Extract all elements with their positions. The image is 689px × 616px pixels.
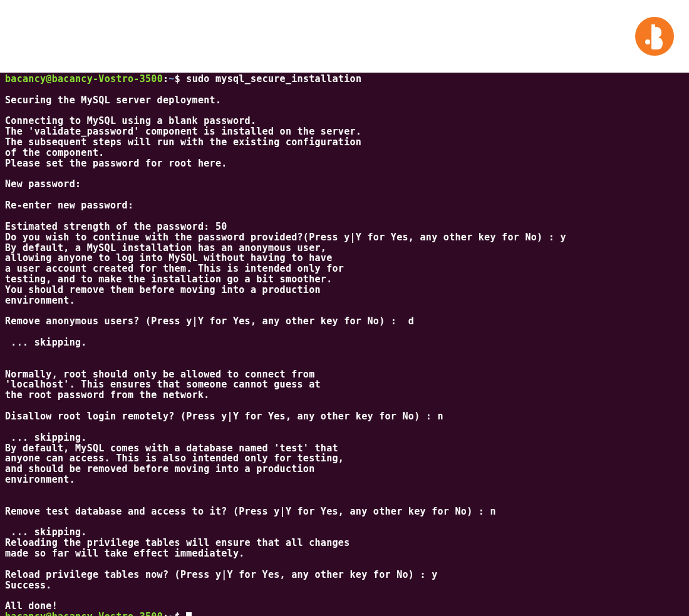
terminal-output-line <box>5 359 684 369</box>
terminal-output-line <box>5 190 684 200</box>
terminal-output-line: the root password from the network. <box>5 390 684 401</box>
terminal-output-line <box>5 590 684 601</box>
terminal-output-line: Remove test database and access to it? (… <box>5 506 684 517</box>
terminal-output-line: Success. <box>5 580 684 591</box>
prompt-colon: : <box>163 611 168 616</box>
terminal-output-line: Please set the password for root here. <box>5 158 684 169</box>
terminal-output: Securing the MySQL server deployment. Co… <box>5 85 684 612</box>
terminal-output-line <box>5 422 684 433</box>
terminal-output-line: Reload privilege tables now? (Press y|Y … <box>5 570 684 580</box>
terminal-output-line: a user account created for them. This is… <box>5 264 684 274</box>
terminal-output-line: By default, a MySQL installation has an … <box>5 243 684 254</box>
terminal-output-line: ... skipping. <box>5 337 684 348</box>
terminal-output-line <box>5 211 684 222</box>
terminal-output-line <box>5 485 684 496</box>
terminal-prompt-line: bacancy@bacancy-Vostro-3500:~$ sudo mysq… <box>5 74 684 85</box>
terminal-output-line <box>5 496 684 506</box>
terminal-output-line: 'localhost'. This ensures that someone c… <box>5 379 684 390</box>
prompt-path: ~ <box>168 611 174 616</box>
terminal-output-line <box>5 169 684 180</box>
terminal-output-line: Estimated strength of the password: 50 <box>5 222 684 232</box>
terminal-output-line: testing, and to make the installation go… <box>5 274 684 285</box>
terminal-output-line <box>5 516 684 527</box>
terminal-output-line: environment. <box>5 475 684 485</box>
terminal-output-line <box>5 348 684 359</box>
terminal-output-line: environment. <box>5 295 684 306</box>
terminal-output-line <box>5 85 684 95</box>
terminal-output-line: All done! <box>5 601 684 612</box>
terminal-output-line <box>5 559 684 570</box>
prompt-user: bacancy <box>5 73 46 85</box>
prompt-user: bacancy <box>5 611 46 616</box>
cursor-icon <box>186 612 192 616</box>
prompt-host: bacancy-Vostro-3500 <box>52 611 163 616</box>
terminal-output-line <box>5 306 684 317</box>
terminal-output-line: The 'validate_password' component is ins… <box>5 126 684 137</box>
terminal-output-line: Connecting to MySQL using a blank passwo… <box>5 116 684 126</box>
prompt-at: @ <box>46 73 51 85</box>
terminal-output-line: made so far will take effect immediately… <box>5 548 684 559</box>
terminal-output-line: of the component. <box>5 148 684 158</box>
terminal-output-line <box>5 106 684 116</box>
terminal-output-line: ... skipping. <box>5 433 684 443</box>
terminal-output-line: You should remove them before moving int… <box>5 285 684 295</box>
terminal-output-line: and should be removed before moving into… <box>5 464 684 475</box>
terminal-output-line: The subsequent steps will run with the e… <box>5 137 684 148</box>
terminal-output-line: Remove anonymous users? (Press y|Y for Y… <box>5 316 684 327</box>
terminal-output-line: Reloading the privilege tables will ensu… <box>5 538 684 548</box>
terminal-output-line: New password: <box>5 179 684 190</box>
terminal-output-line: anyone can access. This is also intended… <box>5 453 684 464</box>
terminal-output-line <box>5 401 684 411</box>
terminal-output-line: Do you wish to continue with the passwor… <box>5 232 684 243</box>
terminal-output-line: Disallow root login remotely? (Press y|Y… <box>5 411 684 422</box>
bacancy-logo-icon <box>635 17 674 56</box>
prompt-host: bacancy-Vostro-3500 <box>52 73 163 85</box>
terminal-command: sudo mysql_secure_installation <box>186 73 361 85</box>
prompt-dollar: $ <box>175 73 187 85</box>
page-header <box>0 0 689 73</box>
prompt-path: ~ <box>168 73 174 85</box>
prompt-dollar: $ <box>175 611 187 616</box>
terminal-output-line: ... skipping. <box>5 527 684 538</box>
terminal-window[interactable]: bacancy@bacancy-Vostro-3500:~$ sudo mysq… <box>0 73 689 616</box>
terminal-prompt-line-2: bacancy@bacancy-Vostro-3500:~$ <box>5 612 684 616</box>
prompt-colon: : <box>163 73 168 85</box>
prompt-at: @ <box>46 611 51 616</box>
terminal-output-line: Re-enter new password: <box>5 200 684 211</box>
terminal-output-line <box>5 327 684 337</box>
svg-point-1 <box>645 39 650 44</box>
terminal-output-line: allowing anyone to log into MySQL withou… <box>5 253 684 264</box>
terminal-output-line: Securing the MySQL server deployment. <box>5 95 684 106</box>
terminal-output-line: Normally, root should only be allowed to… <box>5 369 684 380</box>
terminal-output-line: By default, MySQL comes with a database … <box>5 443 684 454</box>
